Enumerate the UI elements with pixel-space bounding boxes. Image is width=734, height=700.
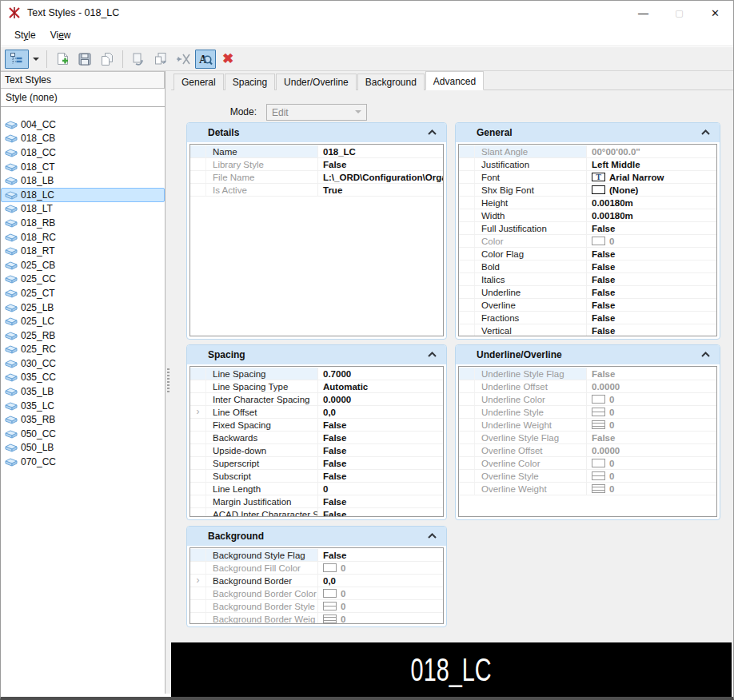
minimize-button[interactable]: — <box>625 1 661 25</box>
style-item-025-rb[interactable]: 025_RB <box>1 328 165 343</box>
property-row-upside-down[interactable]: Upside-downFalse <box>190 444 443 457</box>
property-value[interactable]: False <box>318 446 443 455</box>
property-row-margin-justification[interactable]: Margin JustificationFalse <box>190 495 443 508</box>
background-panel-header[interactable]: Background <box>187 527 446 546</box>
property-value[interactable]: False <box>318 551 443 560</box>
property-row-name[interactable]: Name018_LC <box>190 145 443 158</box>
property-value[interactable]: (None) <box>587 185 716 195</box>
expander-chevron-icon[interactable]: › <box>190 406 206 418</box>
property-row-fractions[interactable]: FractionsFalse <box>459 312 716 324</box>
property-row-file-name[interactable]: File NameL:\_ORD\Configuration\Organ <box>190 171 443 184</box>
tab-advanced[interactable]: Advanced <box>425 71 484 90</box>
property-value[interactable]: False <box>318 420 443 430</box>
tab-background[interactable]: Background <box>357 74 425 90</box>
property-value[interactable]: 0 <box>587 459 716 468</box>
property-row-line-length[interactable]: Line Length0 <box>190 483 443 495</box>
style-item-035-rb[interactable]: 035_RB <box>1 412 165 427</box>
style-item-018-lt[interactable]: 018_LT <box>1 202 165 217</box>
property-row-underline-weight[interactable]: Underline Weight0 <box>459 419 716 432</box>
property-value[interactable]: 0.0000 <box>587 446 716 455</box>
property-value[interactable]: 0 <box>587 471 716 481</box>
property-row-height[interactable]: Height0.00180m <box>459 197 716 209</box>
property-value[interactable]: 00°00'00.0" <box>587 147 716 157</box>
property-value[interactable]: False <box>318 471 443 481</box>
style-item-025-lb[interactable]: 025_LB <box>1 300 165 315</box>
property-value[interactable]: False <box>587 288 716 297</box>
property-value[interactable]: False <box>318 510 443 518</box>
property-value[interactable]: 0 <box>318 614 443 624</box>
property-row-underline-offset[interactable]: Underline Offset0.0000 <box>459 380 716 393</box>
property-row-acad-inter-chararacter-s[interactable]: ACAD Inter Chararacter SFalse <box>190 508 443 517</box>
expander-chevron-icon[interactable]: › <box>190 575 206 587</box>
property-row-background-border-weig[interactable]: Background Border Weig0 <box>190 613 443 624</box>
property-value[interactable]: False <box>587 249 716 259</box>
property-value[interactable]: 018_LC <box>318 147 443 157</box>
property-value[interactable]: False <box>318 459 443 468</box>
property-row-backwards[interactable]: BackwardsFalse <box>190 432 443 444</box>
copy-from-file-button[interactable] <box>150 50 171 69</box>
property-row-width[interactable]: Width0.00180m <box>459 209 716 222</box>
property-value[interactable]: 0.0000 <box>318 395 443 404</box>
property-value[interactable]: 0,0 <box>318 576 443 586</box>
style-item-050-cc[interactable]: 050_CC <box>1 427 165 441</box>
copy-style-button[interactable] <box>97 50 118 69</box>
spacing-panel-header[interactable]: Spacing <box>187 345 446 364</box>
style-item-018-lb[interactable]: 018_LB <box>1 173 165 188</box>
style-item-018-rb[interactable]: 018_RB <box>1 216 165 230</box>
property-row-font[interactable]: FontTArial Narrow <box>459 171 716 184</box>
property-value[interactable]: 0,0 <box>318 408 443 417</box>
property-value[interactable]: 0 <box>318 563 443 573</box>
property-row-overline-style-flag[interactable]: Overline Style FlagFalse <box>459 432 716 444</box>
property-row-background-border-color[interactable]: Background Border Color0 <box>190 587 443 600</box>
style-item-030-cc[interactable]: 030_CC <box>1 356 165 371</box>
property-value[interactable]: 0.00180m <box>587 198 716 208</box>
property-row-line-spacing[interactable]: Line Spacing0.7000 <box>190 368 443 380</box>
property-value[interactable]: 0.00180m <box>587 211 716 221</box>
style-item-025-cb[interactable]: 025_CB <box>1 258 165 272</box>
update-from-library-button[interactable] <box>173 50 193 69</box>
property-value[interactable]: 0 <box>318 602 443 611</box>
property-row-justification[interactable]: JustificationLeft Middle <box>459 158 716 171</box>
property-value[interactable]: TArial Narrow <box>587 173 716 182</box>
property-row-inter-character-spacing[interactable]: Inter Character Spacing0.0000 <box>190 393 443 406</box>
tree-view-toggle-button[interactable] <box>5 50 29 69</box>
style-item-018-lc[interactable]: 018_LC <box>1 188 165 202</box>
style-item-025-ct[interactable]: 025_CT <box>1 286 165 300</box>
close-button[interactable]: ✕ <box>697 1 733 25</box>
style-item-025-cc[interactable]: 025_CC <box>1 272 165 287</box>
property-row-line-spacing-type[interactable]: Line Spacing TypeAutomatic <box>190 380 443 393</box>
mode-dropdown[interactable]: Edit <box>266 104 367 121</box>
property-row-overline-offset[interactable]: Overline Offset0.0000 <box>459 444 716 457</box>
property-row-subscript[interactable]: SubscriptFalse <box>190 470 443 483</box>
property-value[interactable]: 0.0000 <box>587 382 716 392</box>
property-value[interactable]: 0 <box>318 589 443 599</box>
style-item-035-cc[interactable]: 035_CC <box>1 371 165 385</box>
style-item-025-rc[interactable]: 025_RC <box>1 343 165 357</box>
tab-spacing[interactable]: Spacing <box>225 74 275 90</box>
new-style-button[interactable] <box>52 50 73 69</box>
property-row-shx-big-font[interactable]: Shx Big Font(None) <box>459 184 716 197</box>
property-value[interactable]: False <box>587 300 716 310</box>
tab-general[interactable]: General <box>174 74 224 90</box>
property-row-underline[interactable]: UnderlineFalse <box>459 286 716 299</box>
property-value[interactable]: L:\_ORD\Configuration\Organ <box>318 173 443 182</box>
property-value[interactable]: 0 <box>587 420 716 430</box>
property-row-overline-weight[interactable]: Overline Weight0 <box>459 483 716 495</box>
view-mode-dropdown-button[interactable] <box>30 50 42 69</box>
property-row-line-offset[interactable]: ›Line Offset0,0 <box>190 406 443 419</box>
property-value[interactable]: Left Middle <box>587 160 716 169</box>
property-value[interactable]: False <box>587 369 716 379</box>
property-value[interactable]: 0.7000 <box>318 369 443 379</box>
style-item-035-lb[interactable]: 035_LB <box>1 384 165 399</box>
import-style-button[interactable] <box>128 50 149 69</box>
property-value[interactable]: False <box>318 160 443 169</box>
property-value[interactable]: 0 <box>587 237 716 246</box>
property-row-overline-style[interactable]: Overline Style0 <box>459 470 716 483</box>
style-item-050-lb[interactable]: 050_LB <box>1 441 165 455</box>
menu-style[interactable]: Style <box>7 26 43 44</box>
property-row-underline-style-flag[interactable]: Underline Style FlagFalse <box>459 368 716 380</box>
property-row-color[interactable]: Color0 <box>459 235 716 248</box>
property-value[interactable]: False <box>587 326 716 336</box>
property-row-background-style-flag[interactable]: Background Style FlagFalse <box>190 549 443 562</box>
property-row-vertical[interactable]: VerticalFalse <box>459 324 716 336</box>
